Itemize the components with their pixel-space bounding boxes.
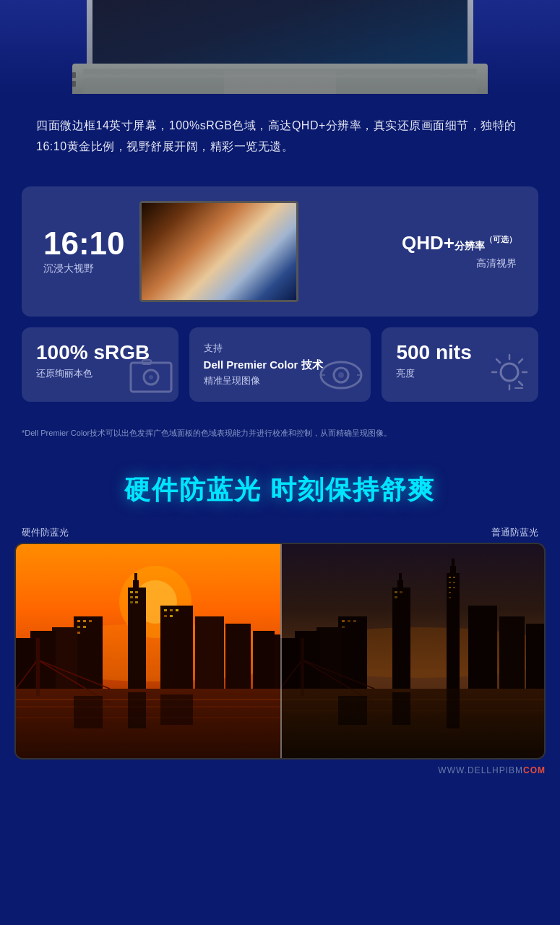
footnote-section: *Dell Premier Color技术可以出色发挥广色域面板的色域表现能力并… (0, 416, 560, 451)
nits-card: 500 nits 亮度 (382, 327, 538, 403)
svg-rect-111 (342, 626, 345, 628)
watermark-highlight: COM (523, 765, 546, 775)
eye-icon (318, 357, 365, 396)
brightness-icon (488, 352, 531, 395)
svg-rect-124 (447, 689, 460, 728)
svg-rect-59 (83, 620, 86, 622)
svg-rect-125 (338, 696, 367, 725)
comparison-divider (280, 544, 282, 758)
qhd-sub: 高清视界 (313, 257, 517, 270)
svg-rect-63 (77, 632, 80, 634)
svg-line-38 (519, 382, 522, 385)
svg-rect-69 (164, 609, 167, 611)
ratio-sub: 沉浸大视野 (43, 262, 125, 275)
comparison-labels: 硬件防蓝光 普通防蓝光 (0, 519, 560, 543)
svg-rect-110 (353, 620, 356, 622)
left-label: 硬件防蓝光 (22, 526, 69, 539)
svg-rect-89 (399, 573, 402, 584)
qhd-label: QHD+分辨率（可选） (313, 232, 517, 254)
svg-rect-96 (453, 582, 455, 583)
svg-rect-51 (135, 596, 138, 598)
right-label: 普通防蓝光 (491, 526, 538, 539)
svg-rect-107 (280, 638, 298, 689)
svg-rect-71 (176, 609, 178, 611)
svg-marker-16 (199, 225, 214, 239)
description-section: 四面微边框14英寸屏幕，100%sRGB色域，高达QHD+分辨率，真实还原画面细… (0, 94, 560, 172)
svg-rect-109 (348, 620, 350, 622)
svg-rect-64 (160, 606, 193, 689)
svg-rect-112 (468, 606, 497, 689)
svg-rect-18 (142, 290, 298, 302)
svg-point-29 (338, 372, 344, 378)
svg-line-39 (519, 359, 522, 363)
svg-rect-98 (453, 587, 455, 588)
ratio-feature: 16:10 沉浸大视野 (43, 228, 125, 275)
svg-rect-19 (149, 279, 152, 293)
ratio-number: 16:10 (43, 228, 125, 259)
svg-rect-82 (128, 692, 146, 728)
svg-rect-55 (52, 627, 77, 689)
svg-rect-78 (16, 689, 280, 758)
city-left-panel (16, 544, 280, 758)
svg-rect-83 (74, 696, 103, 728)
svg-rect-123 (392, 692, 410, 725)
screen-preview (139, 201, 298, 302)
svg-marker-22 (279, 272, 288, 283)
svg-rect-115 (540, 631, 545, 689)
svg-rect-95 (449, 582, 451, 583)
top-feature-row: 16:10 沉浸大视野 (22, 186, 538, 317)
svg-rect-53 (135, 601, 138, 603)
premier-title: 支持 (204, 342, 357, 355)
qhd-feature: QHD+分辨率（可选） 高清视界 (313, 232, 517, 270)
svg-rect-90 (447, 573, 460, 689)
svg-rect-48 (130, 591, 133, 593)
svg-marker-15 (142, 232, 298, 302)
svg-rect-8 (72, 81, 76, 87)
svg-rect-106 (295, 631, 320, 689)
watermark-text: WWW.DELLHPIBM (438, 765, 523, 775)
svg-rect-47 (134, 573, 137, 584)
svg-marker-20 (145, 268, 155, 283)
features-section: 16:10 沉浸大视野 (0, 172, 560, 417)
svg-rect-119 (301, 638, 304, 696)
svg-rect-84 (160, 694, 193, 725)
city-comparison (14, 543, 546, 760)
svg-rect-56 (30, 631, 56, 689)
svg-point-26 (149, 375, 153, 379)
svg-rect-49 (135, 591, 138, 593)
svg-rect-120 (280, 689, 545, 758)
svg-rect-94 (453, 577, 455, 578)
svg-rect-60 (89, 620, 92, 622)
svg-rect-2 (92, 0, 468, 74)
svg-rect-99 (449, 592, 451, 593)
svg-rect-102 (400, 591, 402, 593)
svg-rect-7 (72, 72, 76, 78)
svg-rect-87 (392, 588, 410, 689)
svg-rect-67 (253, 631, 275, 689)
srgb-card: 100% sRGB 还原绚丽本色 (22, 327, 178, 403)
svg-rect-21 (283, 281, 285, 293)
svg-rect-9 (224, 71, 336, 94)
svg-rect-57 (16, 638, 34, 689)
premier-card: 支持 Dell Premier Color 技术 精准呈现图像 (189, 327, 371, 403)
bluelight-title: 硬件防蓝光 时刻保持舒爽 (22, 473, 538, 508)
svg-rect-77 (36, 638, 40, 696)
svg-rect-97 (449, 587, 451, 588)
svg-rect-70 (170, 609, 173, 611)
svg-rect-58 (77, 620, 80, 622)
footnote-text: *Dell Premier Color技术可以出色发挥广色域面板的色域表现能力并… (22, 427, 538, 440)
svg-rect-103 (395, 596, 397, 598)
photo-icon (129, 357, 173, 396)
svg-marker-14 (163, 225, 286, 302)
description-text: 四面微边框14英寸屏幕，100%sRGB色域，高达QHD+分辨率，真实还原画面细… (36, 116, 524, 158)
svg-rect-61 (77, 626, 80, 628)
city-right-panel (280, 544, 545, 758)
svg-rect-108 (342, 620, 345, 622)
svg-rect-100 (449, 597, 451, 598)
bluelight-section: 硬件防蓝光 时刻保持舒爽 (0, 451, 560, 519)
qhd-optional: （可选） (485, 235, 517, 244)
svg-point-12 (203, 228, 239, 264)
svg-rect-113 (499, 616, 525, 689)
svg-rect-92 (452, 559, 455, 569)
svg-marker-17 (251, 236, 263, 248)
